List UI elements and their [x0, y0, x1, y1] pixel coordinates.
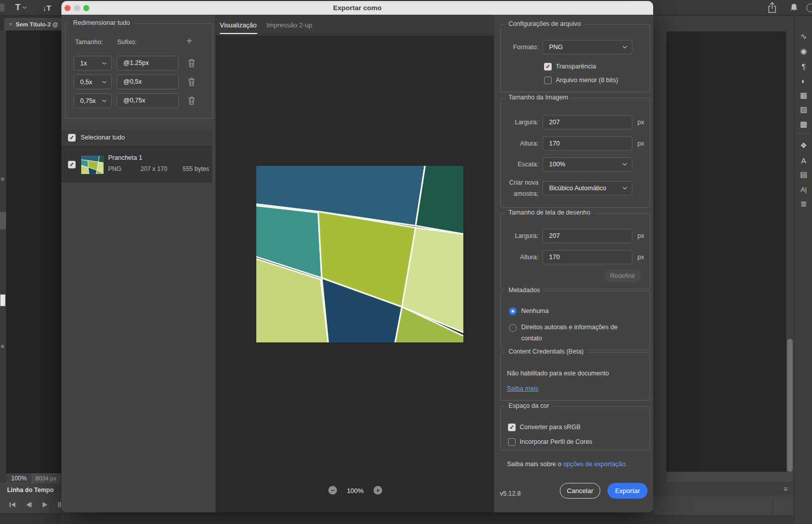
panel-menu-icon[interactable]: ≡	[784, 485, 788, 493]
scale-dropdown[interactable]: 100%	[543, 157, 632, 171]
asset-checkbox[interactable]: ✓	[68, 161, 76, 168]
active-tool-highlight[interactable]	[0, 212, 6, 229]
delete-scale-button[interactable]	[188, 96, 195, 107]
metadata-copyright-label-line2: contato	[521, 335, 542, 342]
image-height-input[interactable]: 170	[543, 136, 632, 151]
asset-name: Prancheta 1	[108, 154, 142, 161]
chevron-down-icon	[622, 187, 627, 190]
chevron-down-icon	[102, 62, 107, 65]
metadata-none-radio[interactable]	[509, 307, 517, 315]
artwork-region-dark-green	[416, 166, 463, 234]
cancel-button-label: Cancelar	[567, 487, 593, 495]
search-icon[interactable]	[806, 4, 812, 12]
tab-close-icon[interactable]: ×	[9, 21, 12, 28]
character-icon[interactable]: A	[795, 154, 812, 166]
select-all-checkbox[interactable]: ✓	[68, 134, 76, 142]
image-width-input[interactable]: 207	[543, 115, 632, 129]
zoom-out-button[interactable]: −	[328, 486, 337, 495]
version-text: v5.12.8	[500, 490, 521, 497]
layers-icon[interactable]: ❖	[795, 139, 812, 152]
suffix-input[interactable]: @1.25px	[117, 56, 179, 71]
add-scale-button[interactable]: +	[186, 36, 192, 47]
export-options-link[interactable]: opções de exportação.	[563, 461, 627, 468]
tab-impressao-2up[interactable]: Impressão 2-up	[266, 21, 312, 29]
glyphs-icon[interactable]: ▤	[795, 168, 812, 181]
color-wheel-icon[interactable]: ◉	[795, 45, 812, 57]
canvas-size-title: Tamanho de tela de desenho	[505, 209, 594, 216]
palette-icon[interactable]: ◐	[795, 75, 812, 87]
suffix-value: @1.25px	[123, 59, 149, 66]
resample-dropdown[interactable]: Bicúbico Automático	[543, 181, 632, 195]
char-style-icon[interactable]: A|	[795, 183, 812, 195]
share-button[interactable]	[767, 2, 777, 16]
canvas-area-left	[6, 30, 61, 473]
content-credentials-title: Content Credentials (Beta)	[505, 348, 587, 355]
check-icon: ✓	[546, 63, 550, 71]
transparency-checkbox[interactable]: ✓	[544, 63, 552, 71]
notifications-button[interactable]	[790, 3, 798, 15]
suffix-input[interactable]: @0,5x	[117, 75, 179, 89]
metadata-copyright-label-line1: Direitos autorais e informações de	[521, 324, 618, 331]
tab-visualizacao[interactable]: Visualização	[220, 21, 257, 29]
select-all-row[interactable]: ✓ Selecionar tudo	[61, 130, 212, 147]
next-frame-icon[interactable]	[58, 502, 61, 508]
document-zoom-level[interactable]: 100%	[11, 475, 27, 482]
dialog-title: Exportar como	[61, 1, 653, 15]
learn-more-link[interactable]: Saiba mais	[507, 385, 538, 392]
convert-srgb-checkbox[interactable]: ✓	[508, 424, 516, 431]
previous-frame-icon[interactable]	[25, 502, 32, 508]
smaller-file-checkbox[interactable]	[544, 77, 552, 84]
vertical-type-tool-button[interactable]: ↓T	[43, 2, 51, 14]
type-tool-button[interactable]: T	[15, 2, 27, 14]
pen-path-icon[interactable]: ∿	[795, 30, 812, 43]
preview-panel: Visualização Impressão 2-up − 100% +	[216, 15, 494, 512]
canvas-height-unit: px	[637, 254, 644, 261]
tool-icon-partial[interactable]	[1, 345, 4, 348]
paragraph-icon[interactable]: ¶	[795, 60, 812, 72]
chevron-down-icon	[102, 99, 107, 102]
tool-icon-partial[interactable]	[1, 178, 4, 181]
embed-profile-checkbox[interactable]	[508, 438, 516, 446]
cancel-button[interactable]: Cancelar	[560, 483, 600, 499]
canvas-height-input[interactable]: 170	[543, 250, 632, 264]
timeline-divider	[772, 498, 773, 515]
plus-icon: +	[376, 486, 380, 495]
export-button[interactable]: Exportar	[607, 483, 648, 499]
vertical-scrollbar[interactable]	[787, 339, 793, 472]
format-dropdown[interactable]: PNG	[543, 40, 632, 54]
scale-size-dropdown[interactable]: 0,75x	[74, 93, 112, 108]
delete-scale-button[interactable]	[188, 59, 195, 69]
canvas-footer-sliver	[666, 472, 793, 482]
asset-list-item[interactable]: ✓ Prancheta 1 PNG 207 x 170 555 bytes	[61, 147, 212, 183]
image-height-value: 170	[549, 140, 560, 147]
resample-value: Bicúbico Automático	[549, 182, 606, 195]
skip-to-start-icon[interactable]	[9, 502, 16, 508]
swatches-icon[interactable]: ▦	[795, 89, 812, 101]
file-settings-title: Configurações de arquivo	[505, 20, 584, 27]
footer-learn-prefix: Saiba mais sobre o	[507, 461, 561, 468]
gradient-icon[interactable]: ▨	[795, 103, 812, 116]
zoom-in-button[interactable]: +	[374, 486, 382, 495]
active-tab-underline	[220, 33, 257, 34]
resize-all-title: Redimensionar tudo	[70, 19, 133, 26]
preview-zoom-level: 100%	[340, 487, 370, 495]
color-swatch-partial[interactable]	[0, 294, 6, 306]
metadata-none-label: Nenhuma	[521, 307, 549, 315]
reset-button[interactable]: Redefinir	[604, 269, 641, 282]
vertical-type-icon: ↓T	[43, 4, 51, 12]
scale-size-value: 0,75x	[80, 94, 96, 108]
delete-scale-button[interactable]	[188, 78, 195, 88]
home-icon[interactable]	[0, 4, 5, 12]
scale-size-dropdown[interactable]: 1x	[74, 56, 112, 71]
pattern-icon[interactable]: ▩	[795, 118, 812, 130]
convert-srgb-label: Converter para sRGB	[520, 424, 581, 431]
play-icon[interactable]	[42, 502, 48, 508]
canvas-width-input[interactable]: 207	[543, 229, 632, 243]
metadata-copyright-radio[interactable]	[509, 324, 517, 332]
timeline-panel-header[interactable]: Linha do Tempo	[0, 483, 61, 497]
scale-size-dropdown[interactable]: 0,5x	[74, 75, 112, 89]
suffix-input[interactable]: @0,75x	[117, 93, 179, 108]
adjustments-icon[interactable]: ≣	[795, 198, 812, 210]
preview-tab-bar: Visualização Impressão 2-up	[216, 15, 494, 36]
asset-format: PNG	[108, 165, 121, 172]
